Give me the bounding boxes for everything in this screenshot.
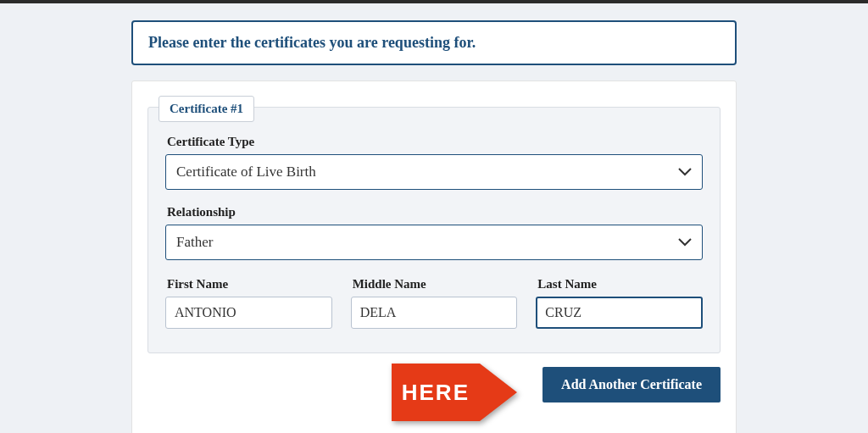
add-another-certificate-button[interactable]: Add Another Certificate — [542, 367, 721, 402]
last-name-col: Last Name — [536, 269, 703, 329]
chevron-down-icon — [678, 168, 692, 176]
name-row: First Name Middle Name Last Name — [165, 269, 703, 329]
first-name-input[interactable] — [165, 297, 332, 329]
certificate-tab-label: Certificate #1 — [170, 102, 243, 115]
middle-name-col: Middle Name — [351, 269, 518, 329]
certificate-type-value: Certificate of Live Birth — [176, 164, 316, 180]
instruction-text: Please enter the certificates you are re… — [148, 34, 476, 51]
last-name-input[interactable] — [536, 297, 703, 329]
certificate-block: Certificate #1 Certificate Type Certific… — [147, 107, 721, 353]
arrow-right-icon — [480, 364, 517, 421]
first-name-label: First Name — [167, 277, 332, 291]
here-callout: HERE — [392, 364, 517, 421]
certificate-type-select[interactable]: Certificate of Live Birth — [165, 154, 703, 190]
instruction-banner: Please enter the certificates you are re… — [131, 20, 737, 65]
certificate-type-label: Certificate Type — [167, 135, 703, 149]
certificate-tab: Certificate #1 — [159, 96, 254, 122]
relationship-value: Father — [176, 234, 213, 250]
middle-name-label: Middle Name — [353, 277, 518, 291]
here-callout-text: HERE — [402, 380, 470, 406]
page: Please enter the certificates you are re… — [0, 3, 868, 433]
chevron-down-icon — [678, 238, 692, 247]
relationship-select[interactable]: Father — [165, 225, 703, 260]
relationship-label: Relationship — [167, 205, 703, 219]
middle-name-input[interactable] — [351, 297, 518, 329]
actions-row: HERE Add Another Certificate — [147, 367, 721, 402]
last-name-label: Last Name — [537, 277, 703, 291]
first-name-col: First Name — [165, 269, 332, 329]
form-card: Certificate #1 Certificate Type Certific… — [131, 80, 737, 433]
here-callout-box: HERE — [392, 364, 480, 421]
add-button-label: Add Another Certificate — [561, 377, 702, 391]
